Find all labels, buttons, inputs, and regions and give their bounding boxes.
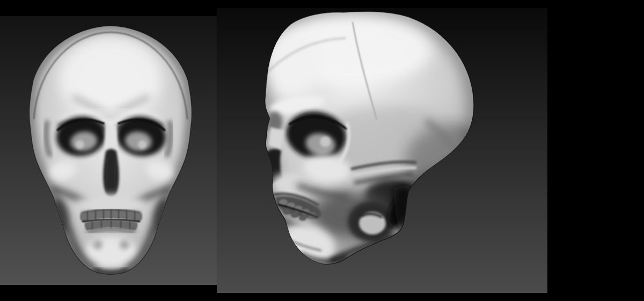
viewport-front-view[interactable] xyxy=(0,16,217,285)
chin-tubercle-left xyxy=(93,240,103,249)
chin-highlight xyxy=(84,236,138,268)
sculpt-canvas-stage xyxy=(0,0,644,301)
teeth-region xyxy=(75,194,148,232)
viewport-three-quarter-view[interactable] xyxy=(217,8,547,293)
chin-tubercle-right xyxy=(120,240,129,249)
cranium-dome-highlight xyxy=(59,39,162,120)
three-quarter-view-render xyxy=(217,8,547,293)
front-view-render xyxy=(0,16,217,285)
